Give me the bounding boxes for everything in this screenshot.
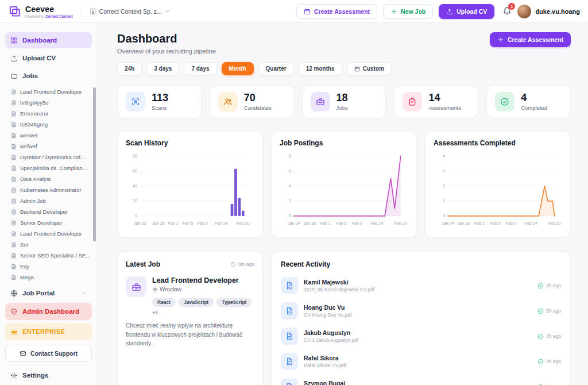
svg-text:Feb 9: Feb 9 — [352, 221, 362, 226]
svg-text:0: 0 — [135, 214, 137, 218]
sidebar-item-admin-dashboard[interactable]: Admin Dashboard — [5, 303, 92, 320]
recent-activity-title: Recent Activity — [281, 260, 561, 268]
sidebar-job-item[interactable]: werwer — [11, 130, 92, 141]
svg-text:Jan 24: Jan 24 — [442, 221, 454, 226]
sidebar-job-label: Kubernetes Administrator — [20, 187, 82, 193]
svg-text:2: 2 — [289, 199, 291, 203]
job-tags-more: +9 — [152, 310, 158, 315]
svg-text:Feb 5: Feb 5 — [490, 221, 500, 226]
sidebar-job-item[interactable]: Admin Job — [11, 195, 92, 206]
scan-icon — [131, 97, 140, 106]
latest-job-item[interactable]: Lead Frontend Developer Wrocław ReactJav… — [126, 276, 254, 315]
latest-job-title: Latest Job — [126, 260, 160, 268]
document-icon — [11, 275, 17, 280]
sidebar-job-item[interactable]: hrthgt4yy5e — [11, 97, 92, 108]
org-selector[interactable]: Correct Context Sp. z... — [90, 8, 170, 15]
activity-item[interactable]: Jakub Augustyn CV 1 Jakub Augustyn.pdf 3… — [281, 324, 561, 349]
briefcase-icon — [316, 97, 325, 106]
file-icon — [285, 357, 293, 365]
app-subtitle: Powered by Correct Context — [25, 14, 73, 18]
svg-text:3: 3 — [443, 169, 445, 174]
chevron-down-icon — [165, 9, 170, 14]
header-divider — [81, 6, 82, 17]
notifications-button[interactable]: 1 — [502, 6, 512, 17]
activity-time: 3h ago — [537, 283, 561, 289]
svg-text:Feb 1: Feb 1 — [168, 221, 178, 226]
calendar-icon — [354, 66, 360, 72]
activity-name: Szymon Bugaj — [304, 380, 532, 385]
ceevee-logo-icon — [8, 5, 21, 18]
svg-text:Feb 5: Feb 5 — [336, 221, 346, 226]
chart-title: Assessments Completed — [434, 139, 562, 147]
document-icon — [11, 122, 17, 128]
create-assessment-button[interactable]: Create Assessment — [296, 4, 377, 19]
shield-icon — [10, 308, 18, 315]
sidebar-item-dashboard[interactable]: Dashboard — [5, 32, 92, 48]
stat-card: 70 Candidates — [210, 85, 294, 118]
activity-item[interactable]: Szymon Bugaj 2018-03-08-CV-BugajSzymon.p… — [281, 374, 561, 385]
sidebar-job-item[interactable]: Ser — [11, 239, 92, 250]
sidebar-job-item[interactable]: Specjalistka ds. Complian... — [11, 163, 92, 174]
time-filter-button[interactable]: 12 months — [299, 62, 342, 75]
contact-support-button[interactable]: Contact Support — [5, 345, 92, 362]
new-job-button[interactable]: New Job — [383, 4, 433, 19]
sidebar-job-item[interactable]: Mega — [11, 272, 92, 283]
upload-cv-button[interactable]: Upload CV — [439, 4, 494, 19]
org-selector-label: Correct Context Sp. z... — [99, 8, 162, 15]
sidebar-job-item[interactable]: te5345greg — [11, 119, 92, 130]
time-filter-button[interactable]: Custom — [347, 62, 392, 75]
activity-name: Hoang Duc Vu — [304, 304, 532, 311]
sidebar-job-item[interactable]: Senior SEO Specialist / SE... — [11, 250, 92, 261]
svg-text:20: 20 — [133, 199, 137, 203]
stat-value: 113 — [152, 93, 168, 103]
time-filter-button[interactable]: Month — [222, 62, 254, 75]
sidebar-job-item[interactable]: Dyrektor / Dyrektorka Od... — [11, 152, 92, 163]
activity-time: 3h ago — [537, 359, 561, 365]
sidebar-job-item[interactable]: Errrerererer — [11, 108, 92, 119]
document-icon — [11, 165, 17, 171]
sidebar: Dashboard Upload CV Jobs Lead Frontend D… — [0, 23, 98, 385]
document-icon — [11, 133, 17, 138]
sidebar-job-item[interactable]: Eqy — [11, 261, 92, 272]
document-icon — [11, 89, 17, 95]
chart-title: Scan History — [126, 139, 254, 147]
chart-title: Job Postings — [280, 139, 408, 147]
notification-badge: 1 — [508, 3, 515, 10]
sidebar-scrollbar[interactable] — [93, 87, 96, 241]
username: duke.vu.hoang — [535, 8, 580, 15]
sidebar-item-job-portal[interactable]: Job Portal — [5, 285, 92, 301]
sidebar-job-label: Lead Frontend Developer — [20, 88, 82, 95]
time-filter-button[interactable]: Quarter — [258, 62, 294, 75]
time-filter-button[interactable]: 7 days — [184, 62, 216, 75]
svg-text:Feb 1: Feb 1 — [474, 221, 485, 226]
sidebar-item-jobs[interactable]: Jobs — [5, 68, 92, 84]
sidebar-job-label: te5345greg — [20, 121, 48, 128]
sidebar-job-item[interactable]: Lead Frontend Developer — [11, 228, 92, 239]
activity-item[interactable]: Rafal Sikora Rafal Sikora CV.pdf 3h ago — [281, 349, 561, 374]
activity-item[interactable]: Kamil Majewski 2019_05-Kamil-Majewski-CV… — [281, 273, 561, 298]
svg-text:Feb 9: Feb 9 — [506, 221, 516, 226]
sidebar-job-item[interactable]: Kubernetes Administrator — [11, 184, 92, 195]
create-assessment-button-main[interactable]: Create Assessment — [490, 32, 571, 47]
activity-item[interactable]: Hoang Duc Vu CV Hoang Duc Vu.pdf 3h ago — [281, 298, 561, 324]
brand: Ceevee Powered by Correct Context — [8, 5, 73, 18]
sidebar-job-item[interactable]: Data Analyst — [11, 174, 92, 184]
sidebar-item-upload-cv[interactable]: Upload CV — [5, 50, 92, 66]
plus-icon — [497, 36, 504, 43]
calendar-icon — [304, 8, 311, 15]
sidebar-job-item[interactable]: wefwef — [11, 141, 92, 152]
svg-text:Jan 23: Jan 23 — [134, 221, 146, 226]
document-icon — [11, 155, 17, 160]
enterprise-badge[interactable]: ENTERPRISE — [5, 323, 92, 340]
sidebar-job-item[interactable]: Lead Frontend Developer — [11, 86, 92, 97]
latest-job-timestamp: 0m ago — [230, 261, 254, 267]
sidebar-job-item[interactable]: Backend Developer — [11, 206, 92, 217]
user-menu[interactable]: duke.vu.hoang — [517, 5, 580, 18]
sidebar-job-item[interactable]: Senior Developer — [11, 217, 92, 228]
sidebar-item-settings[interactable]: Settings — [5, 367, 92, 383]
time-range-filters: 24h 3 days 7 days Month Quarter 12 month… — [117, 62, 571, 75]
time-filter-button[interactable]: 3 days — [146, 62, 179, 75]
activity-list: Kamil Majewski 2019_05-Kamil-Majewski-CV… — [281, 273, 561, 385]
time-filter-button[interactable]: 24h — [117, 62, 142, 75]
stat-label: Candidates — [244, 105, 272, 111]
